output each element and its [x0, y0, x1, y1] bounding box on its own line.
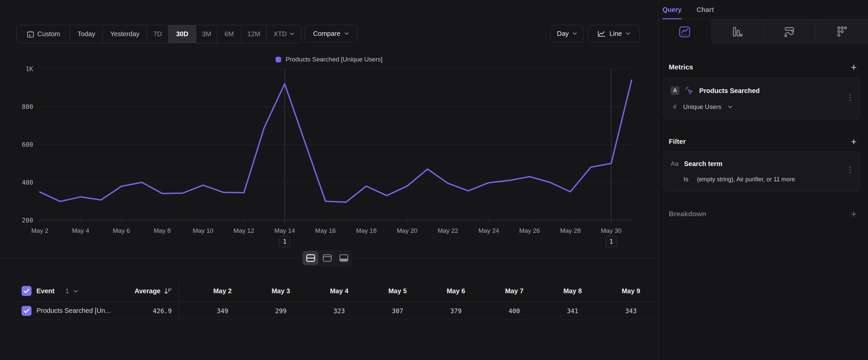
chart-tab-stream[interactable]	[763, 19, 816, 45]
svg-text:1: 1	[610, 238, 613, 245]
measure-type-icon: #	[673, 103, 677, 111]
panel-tab-bar: Query Chart	[658, 0, 868, 19]
stream-chart-tab-icon	[783, 25, 796, 38]
layout-chart-only-button[interactable]	[319, 251, 335, 265]
cell-value: 307	[368, 307, 427, 314]
metric-letter-badge: A	[671, 86, 679, 95]
date-column-header[interactable]: May 3	[252, 287, 310, 295]
layout-split-icon	[306, 254, 315, 262]
svg-text:600: 600	[22, 141, 33, 148]
date-column-header[interactable]: May 8	[544, 287, 602, 295]
table-header-row: Event 1 Average May 2May 3May 4May 5May …	[0, 281, 658, 302]
metrics-heading: Metrics	[669, 63, 693, 71]
svg-text:May 6: May 6	[113, 227, 130, 234]
funnel-dots-tab-icon	[835, 25, 848, 38]
cell-value: 343	[602, 307, 660, 314]
svg-text:800: 800	[22, 103, 33, 110]
metric-menu-icon[interactable]: ⋮	[846, 93, 854, 101]
svg-text:May 8: May 8	[154, 227, 171, 234]
svg-text:200: 200	[22, 217, 33, 224]
query-panel: Query Chart	[658, 0, 868, 360]
bar-chart-tab-icon	[731, 25, 744, 38]
line-chart-tab-icon	[679, 26, 691, 38]
chart-workspace: Custom Today Yesterday 7D 30D 3M 6M 12M …	[0, 0, 658, 360]
date-column-header[interactable]: May 4	[310, 287, 368, 295]
metric-card[interactable]: A Products Searched ⋮ # Unique Users	[663, 78, 860, 119]
svg-text:May 30: May 30	[601, 227, 621, 234]
chart-type-tabs	[658, 19, 868, 45]
svg-text:May 10: May 10	[193, 227, 213, 234]
date-column-values: 349299323307379400341343	[193, 307, 658, 314]
tab-label: Query	[662, 6, 682, 13]
filter-menu-icon[interactable]: ⋮	[846, 166, 854, 174]
tab-query[interactable]: Query	[662, 0, 682, 19]
cell-value: 400	[485, 307, 544, 314]
layout-split-button[interactable]	[303, 251, 318, 265]
analytics-app: Custom Today Yesterday 7D 30D 3M 6M 12M …	[0, 0, 868, 360]
column-divider	[179, 280, 179, 320]
svg-text:May 4: May 4	[72, 227, 89, 234]
filter-card[interactable]: Aa Search term ⋮ Is (empty string), Air …	[663, 151, 860, 191]
date-column-headers: May 2May 3May 4May 5May 6May 7May 8May 9	[193, 287, 658, 295]
svg-text:May 22: May 22	[438, 227, 458, 234]
svg-text:400: 400	[22, 179, 33, 186]
add-metric-button[interactable]: +	[848, 62, 860, 73]
line-chart[interactable]: 2004006008001KMay 2May 4May 6May 8May 10…	[0, 0, 658, 259]
filter-property-name[interactable]: Search term	[684, 160, 722, 168]
filter-row: Aa Search term ⋮	[664, 159, 859, 169]
filter-values[interactable]: (empty string), Air purifier, or 11 more	[697, 176, 795, 183]
svg-text:May 16: May 16	[315, 227, 336, 234]
filter-condition-row: Is (empty string), Air purifier, or 11 m…	[664, 174, 859, 184]
svg-text:May 26: May 26	[519, 227, 540, 234]
layout-table-only-button[interactable]	[336, 251, 351, 265]
svg-text:May 12: May 12	[234, 227, 254, 234]
layout-top-icon	[322, 254, 332, 262]
sort-icon[interactable]	[164, 287, 172, 295]
date-column-header[interactable]: May 5	[368, 287, 427, 295]
layout-bottom-icon	[339, 254, 348, 262]
select-all-checkbox[interactable]	[22, 286, 31, 296]
filter-heading: Filter	[669, 138, 686, 145]
table-divider	[13, 320, 658, 320]
svg-text:May 20: May 20	[397, 227, 417, 234]
tab-chart[interactable]: Chart	[696, 0, 714, 19]
chevron-down-icon	[728, 106, 733, 109]
date-column-header[interactable]: May 9	[602, 287, 660, 295]
date-column-header[interactable]: May 7	[485, 287, 544, 295]
svg-text:May 14: May 14	[274, 227, 295, 234]
check-icon	[24, 308, 30, 313]
cell-value: 323	[310, 307, 368, 314]
cell-value: 379	[427, 307, 485, 314]
table-row[interactable]: Products Searched [Un... 426.9 349299323…	[0, 302, 658, 320]
series-checkbox[interactable]	[22, 306, 31, 316]
svg-text:May 28: May 28	[560, 227, 581, 234]
date-column-header[interactable]: May 2	[193, 287, 252, 295]
metric-measure-row[interactable]: # Unique Users	[664, 102, 859, 112]
chevron-down-icon[interactable]	[73, 290, 78, 293]
metric-row: A Products Searched ⋮	[664, 85, 859, 96]
average-column-header[interactable]: Average	[134, 287, 160, 295]
svg-text:May 18: May 18	[356, 227, 377, 234]
tab-label: Chart	[696, 6, 714, 13]
svg-text:1K: 1K	[26, 65, 33, 73]
property-type-badge: Aa	[671, 160, 678, 167]
chart-tab-bar[interactable]	[711, 19, 763, 45]
event-column-header[interactable]: Event	[36, 287, 54, 295]
metric-name[interactable]: Products Searched	[699, 87, 760, 95]
check-icon	[24, 288, 30, 293]
cell-value: 299	[252, 307, 310, 314]
svg-text:1: 1	[283, 238, 286, 245]
svg-text:May 2: May 2	[31, 227, 49, 234]
cell-value: 349	[193, 307, 252, 314]
event-count: 1	[65, 287, 69, 295]
layout-toggle	[302, 250, 352, 266]
date-column-header[interactable]: May 6	[427, 287, 485, 295]
cursor-click-icon	[685, 86, 693, 95]
filter-operator[interactable]: Is	[684, 176, 688, 183]
chart-tab-line[interactable]	[658, 19, 711, 45]
add-filter-button[interactable]: +	[848, 136, 860, 147]
breakdown-heading: Breakdown	[669, 210, 706, 218]
chart-tab-funnel[interactable]	[816, 19, 868, 45]
add-breakdown-button[interactable]: +	[848, 209, 860, 220]
measure-label[interactable]: Unique Users	[683, 103, 721, 111]
